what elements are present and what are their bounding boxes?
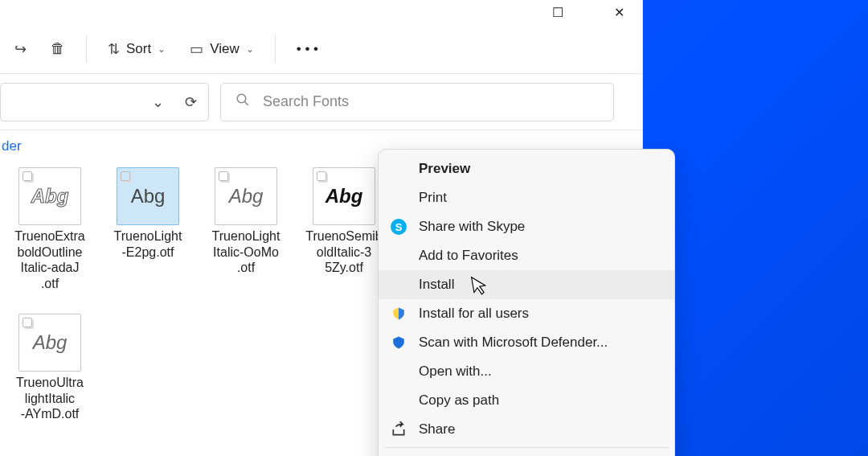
menu-item-label: Install for all users — [419, 306, 529, 322]
context-menu: PreviewPrintSShare with SkypeAdd to Favo… — [378, 149, 675, 456]
context-menu-item[interactable]: Share — [379, 415, 674, 444]
sort-dropdown[interactable]: ⇅ Sort ⌄ — [98, 32, 175, 66]
address-row: ⌄ ⟳ Search Fonts — [0, 74, 642, 130]
context-menu-item[interactable]: Copy as path — [379, 386, 674, 415]
refresh-icon[interactable]: ⟳ — [185, 93, 197, 111]
titlebar: ☐ ✕ — [0, 0, 642, 24]
chevron-down-icon: ⌄ — [246, 43, 254, 55]
file-name: TruenoLight -E2pg.otf — [114, 228, 182, 260]
ellipsis-icon: • • • — [297, 41, 318, 57]
skype-icon: S — [390, 218, 407, 236]
shield-icon — [390, 305, 407, 322]
font-thumbnail: Abg — [215, 167, 277, 225]
svg-point-0 — [237, 94, 246, 103]
context-menu-item[interactable]: Install for all users — [379, 299, 674, 328]
share-arrow-icon — [390, 421, 407, 438]
context-menu-item[interactable]: Send to› — [379, 451, 674, 456]
view-label: View — [210, 41, 240, 57]
toolbar: ↪ 🗑 ⇅ Sort ⌄ ▭ View ⌄ • • • — [0, 24, 642, 74]
menu-item-label: Install — [419, 277, 454, 293]
font-thumbnail: Abg — [18, 167, 81, 225]
separator — [86, 35, 87, 63]
file-item[interactable]: AbgTruenoLight Italic-OoMo .otf — [204, 167, 288, 291]
menu-item-label: Share with Skype — [419, 219, 525, 235]
sort-label: Sort — [126, 41, 151, 57]
trash-icon: 🗑 — [51, 40, 65, 57]
search-icon — [235, 92, 250, 111]
file-item[interactable]: AbgTruenoSemib oldItalic-3 5Zy.otf — [302, 167, 386, 291]
context-menu-item[interactable]: Install — [379, 270, 674, 299]
menu-item-label: Preview — [419, 161, 470, 177]
font-thumbnail: Abg — [313, 167, 375, 225]
menu-item-label: Print — [419, 190, 447, 206]
maximize-button[interactable]: ☐ — [539, 0, 576, 24]
menu-item-label: Scan with Microsoft Defender... — [419, 335, 608, 351]
defender-shield-icon — [390, 334, 407, 351]
context-menu-item[interactable]: Scan with Microsoft Defender... — [379, 328, 674, 357]
more-button[interactable]: • • • — [287, 32, 328, 66]
search-placeholder: Search Fonts — [263, 93, 349, 110]
chevron-down-icon: ⌄ — [158, 43, 166, 55]
address-bar[interactable]: ⌄ ⟳ — [0, 83, 209, 121]
search-input[interactable]: Search Fonts — [220, 83, 614, 121]
font-thumbnail: Abg — [117, 167, 179, 225]
menu-item-label: Copy as path — [419, 392, 499, 409]
file-name: TruenoLight Italic-OoMo .otf — [212, 228, 280, 276]
sort-icon: ⇅ — [108, 40, 120, 58]
menu-separator — [383, 447, 669, 448]
share-icon: ↪ — [14, 40, 27, 58]
menu-item-label: Add to Favorites — [419, 248, 518, 264]
context-menu-item[interactable]: Add to Favorites — [379, 241, 674, 270]
file-name: TruenoExtra boldOutline Italic-adaJ .otf — [14, 228, 84, 291]
context-menu-item[interactable]: Print — [379, 183, 674, 212]
file-item[interactable]: AbgTruenoExtra boldOutline Italic-adaJ .… — [8, 167, 92, 291]
context-menu-item[interactable]: SShare with Skype — [379, 212, 674, 241]
file-item[interactable]: AbgTruenoUltra lightItalic -AYmD.otf — [8, 314, 92, 422]
svg-line-1 — [244, 101, 248, 105]
font-thumbnail: Abg — [18, 314, 81, 372]
separator — [275, 35, 276, 63]
menu-item-label: Share — [419, 421, 455, 438]
delete-button[interactable]: 🗑 — [41, 32, 75, 66]
file-name: TruenoSemib oldItalic-3 5Zy.otf — [305, 228, 382, 276]
chevron-down-icon[interactable]: ⌄ — [152, 93, 164, 111]
close-button[interactable]: ✕ — [600, 0, 637, 24]
file-name: TruenoUltra lightItalic -AYmD.otf — [16, 375, 84, 422]
share-button[interactable]: ↪ — [5, 32, 36, 66]
view-dropdown[interactable]: ▭ View ⌄ — [180, 32, 264, 66]
context-menu-item[interactable]: Preview — [379, 154, 674, 183]
view-icon: ▭ — [190, 40, 203, 58]
context-menu-item[interactable]: Open with... — [379, 357, 674, 386]
menu-item-label: Open with... — [419, 364, 492, 380]
file-item[interactable]: AbgTruenoLight -E2pg.otf — [106, 167, 190, 291]
